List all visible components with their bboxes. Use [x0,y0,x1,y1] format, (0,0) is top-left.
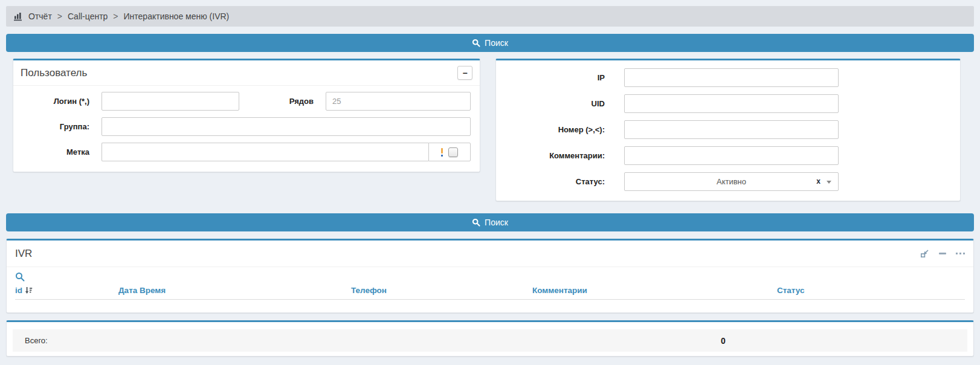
breadcrumb-separator: > [57,11,62,21]
totals-value: 0 [721,336,726,346]
sort-icon [25,286,33,294]
table-header-row: id Дата Время Телефон Комментарии Статус [15,284,965,300]
login-input[interactable] [102,92,239,111]
ip-input[interactable] [624,68,839,87]
clear-selection-icon[interactable]: x [816,177,820,186]
breadcrumb: Отчёт > Call-центр > Интерактивное меню … [6,6,974,27]
mark-input[interactable] [102,143,428,161]
mark-input-group [102,143,471,161]
comments-row: Комментарии: [508,146,960,165]
login-row: Логин (*,) Рядов [19,92,471,111]
ivr-table-area: id Дата Время Телефон Комментарии Статус [7,267,973,300]
ivr-panel-header: IVR [7,241,973,267]
column-header-comments[interactable]: Комментарии [532,286,587,295]
mark-addon [428,143,471,161]
mark-row: Метка [19,143,471,161]
search-button-label: Поиск [485,218,508,227]
group-label: Группа: [19,122,89,131]
rows-label: Рядов [259,97,314,106]
number-input[interactable] [624,120,839,139]
ip-label: IP [508,73,605,82]
comments-label: Комментарии: [508,151,605,160]
page: Отчёт > Call-центр > Интерактивное меню … [0,0,980,365]
exclamation-icon [441,148,443,157]
search-icon [472,218,480,227]
column-header-id-label: id [15,286,22,295]
totals-label: Всего: [25,336,48,345]
number-row: Номер (>,<): [508,120,960,139]
status-row: Статус: Активно x [508,172,960,191]
rows-input[interactable] [326,92,471,111]
column-header-status[interactable]: Статус [777,286,805,295]
ellipsis-icon[interactable] [956,253,965,254]
status-label: Статус: [508,177,605,186]
uid-label: UID [508,99,605,108]
collapse-button[interactable]: − [457,66,472,80]
totals-row: Всего: 0 [13,329,967,352]
totals-panel: Всего: 0 [6,320,974,357]
status-select[interactable]: Активно x [624,172,839,191]
login-label: Логин (*,) [19,97,89,106]
user-panel-title: Пользователь [21,67,87,79]
status-selected-value: Активно [625,177,838,186]
mark-label: Метка [19,147,89,157]
ivr-header-actions [920,249,965,258]
collapse-icon[interactable] [939,253,946,254]
user-filter-panel: Пользователь − Логин (*,) Рядов Группа: … [13,59,480,172]
filter-panel: IP UID Номер (>,<): Комментарии: Статус:… [495,59,961,201]
breadcrumb-item-ivr: Интерактивное меню (IVR) [124,11,230,21]
comments-input[interactable] [624,146,839,165]
export-icon[interactable] [920,249,929,258]
breadcrumb-item-report[interactable]: Отчёт [28,11,52,21]
column-header-datetime[interactable]: Дата Время [118,286,166,295]
table-search-icon[interactable] [15,272,25,282]
uid-row: UID [508,94,960,113]
search-button-label: Поиск [485,38,508,48]
caret-down-icon [827,181,831,184]
user-panel-header: Пользователь − [13,60,480,86]
ivr-results-panel: IVR id [6,239,974,313]
column-header-id[interactable]: id [15,286,33,295]
filter-panel-body: IP UID Номер (>,<): Комментарии: Статус:… [496,60,960,191]
search-icon [472,39,480,47]
group-input[interactable] [102,117,471,136]
breadcrumb-separator: > [113,11,118,21]
breadcrumb-item-callcenter[interactable]: Call-центр [68,11,108,21]
user-panel-body: Логин (*,) Рядов Группа: Метка [13,86,480,161]
number-label: Номер (>,<): [508,125,605,134]
search-button-top[interactable]: Поиск [6,34,974,52]
mark-exclude-checkbox[interactable] [448,147,458,157]
ivr-panel-title: IVR [15,248,32,260]
uid-input[interactable] [624,94,839,113]
ip-row: IP [508,68,960,87]
search-button-bottom[interactable]: Поиск [6,213,974,231]
column-header-phone[interactable]: Телефон [351,286,387,295]
group-row: Группа: [19,117,471,136]
bar-chart-icon [13,12,23,21]
